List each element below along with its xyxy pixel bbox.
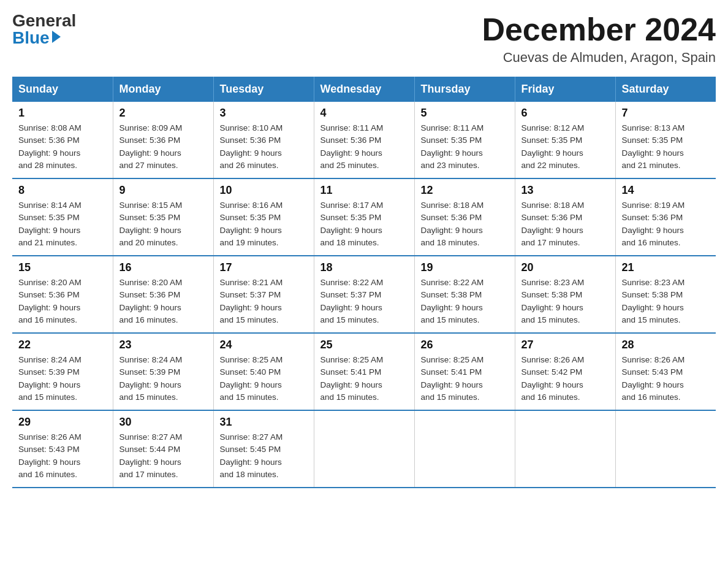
day-cell: 5 Sunrise: 8:11 AMSunset: 5:35 PMDayligh… xyxy=(414,102,515,178)
day-cell: 11 Sunrise: 8:17 AMSunset: 5:35 PMDaylig… xyxy=(314,178,414,256)
day-number: 26 xyxy=(421,339,509,351)
day-cell: 17 Sunrise: 8:21 AMSunset: 5:37 PMDaylig… xyxy=(213,256,314,333)
day-number: 25 xyxy=(320,339,408,351)
header-tuesday: Tuesday xyxy=(213,77,314,102)
day-number: 11 xyxy=(320,184,408,197)
day-cell: 20 Sunrise: 8:23 AMSunset: 5:38 PMDaylig… xyxy=(515,256,615,333)
day-cell xyxy=(515,410,615,488)
week-row-3: 22 Sunrise: 8:24 AMSunset: 5:39 PMDaylig… xyxy=(12,333,716,410)
week-row-2: 15 Sunrise: 8:20 AMSunset: 5:36 PMDaylig… xyxy=(12,256,716,333)
day-info: Sunrise: 8:12 AMSunset: 5:35 PMDaylight:… xyxy=(521,123,585,170)
day-number: 20 xyxy=(521,261,609,274)
header: General Blue December 2024 Cuevas de Alm… xyxy=(12,12,716,66)
day-cell: 7 Sunrise: 8:13 AMSunset: 5:35 PMDayligh… xyxy=(615,102,716,178)
calendar-header-row: SundayMondayTuesdayWednesdayThursdayFrid… xyxy=(12,77,716,102)
day-cell: 15 Sunrise: 8:20 AMSunset: 5:36 PMDaylig… xyxy=(12,256,113,333)
day-cell: 24 Sunrise: 8:25 AMSunset: 5:40 PMDaylig… xyxy=(213,333,314,410)
day-info: Sunrise: 8:20 AMSunset: 5:36 PMDaylight:… xyxy=(119,278,183,324)
day-cell: 1 Sunrise: 8:08 AMSunset: 5:36 PMDayligh… xyxy=(12,102,113,178)
day-cell: 30 Sunrise: 8:27 AMSunset: 5:44 PMDaylig… xyxy=(113,410,213,488)
day-number: 18 xyxy=(320,261,408,274)
day-cell: 27 Sunrise: 8:26 AMSunset: 5:42 PMDaylig… xyxy=(515,333,615,410)
day-info: Sunrise: 8:11 AMSunset: 5:35 PMDaylight:… xyxy=(421,123,484,170)
day-cell: 18 Sunrise: 8:22 AMSunset: 5:37 PMDaylig… xyxy=(314,256,414,333)
day-cell: 8 Sunrise: 8:14 AMSunset: 5:35 PMDayligh… xyxy=(12,178,113,256)
day-info: Sunrise: 8:17 AMSunset: 5:35 PMDaylight:… xyxy=(320,201,384,247)
logo-blue: Blue xyxy=(12,29,61,47)
header-sunday: Sunday xyxy=(12,77,113,102)
day-cell: 16 Sunrise: 8:20 AMSunset: 5:36 PMDaylig… xyxy=(113,256,213,333)
day-number: 10 xyxy=(220,184,308,197)
header-saturday: Saturday xyxy=(615,77,716,102)
day-cell: 21 Sunrise: 8:23 AMSunset: 5:38 PMDaylig… xyxy=(615,256,716,333)
day-cell: 13 Sunrise: 8:18 AMSunset: 5:36 PMDaylig… xyxy=(515,178,615,256)
day-info: Sunrise: 8:09 AMSunset: 5:36 PMDaylight:… xyxy=(119,123,183,170)
day-cell: 22 Sunrise: 8:24 AMSunset: 5:39 PMDaylig… xyxy=(12,333,113,410)
day-info: Sunrise: 8:23 AMSunset: 5:38 PMDaylight:… xyxy=(622,278,685,324)
day-cell xyxy=(615,410,716,488)
day-info: Sunrise: 8:18 AMSunset: 5:36 PMDaylight:… xyxy=(421,201,484,247)
day-number: 1 xyxy=(18,107,107,120)
month-title: December 2024 xyxy=(482,12,716,47)
day-number: 14 xyxy=(622,184,710,197)
day-info: Sunrise: 8:22 AMSunset: 5:38 PMDaylight:… xyxy=(421,278,484,324)
day-number: 27 xyxy=(521,339,609,351)
day-info: Sunrise: 8:20 AMSunset: 5:36 PMDaylight:… xyxy=(18,278,82,324)
day-number: 29 xyxy=(18,416,107,429)
day-info: Sunrise: 8:19 AMSunset: 5:36 PMDaylight:… xyxy=(622,201,685,247)
logo: General Blue xyxy=(12,12,76,47)
header-wednesday: Wednesday xyxy=(314,77,414,102)
location-title: Cuevas de Almuden, Aragon, Spain xyxy=(482,50,716,66)
logo-triangle-icon xyxy=(52,31,61,43)
week-row-0: 1 Sunrise: 8:08 AMSunset: 5:36 PMDayligh… xyxy=(12,102,716,178)
day-number: 2 xyxy=(119,107,207,120)
day-info: Sunrise: 8:25 AMSunset: 5:41 PMDaylight:… xyxy=(320,355,384,402)
day-number: 3 xyxy=(220,107,308,120)
day-number: 6 xyxy=(521,107,609,120)
day-number: 23 xyxy=(119,339,207,351)
day-info: Sunrise: 8:08 AMSunset: 5:36 PMDaylight:… xyxy=(18,123,82,170)
day-number: 19 xyxy=(421,261,509,274)
calendar-table: SundayMondayTuesdayWednesdayThursdayFrid… xyxy=(12,77,716,488)
day-number: 22 xyxy=(18,339,107,351)
header-friday: Friday xyxy=(515,77,615,102)
day-info: Sunrise: 8:10 AMSunset: 5:36 PMDaylight:… xyxy=(220,123,283,170)
day-cell: 23 Sunrise: 8:24 AMSunset: 5:39 PMDaylig… xyxy=(113,333,213,410)
day-number: 24 xyxy=(220,339,308,351)
day-info: Sunrise: 8:25 AMSunset: 5:41 PMDaylight:… xyxy=(421,355,484,402)
week-row-4: 29 Sunrise: 8:26 AMSunset: 5:43 PMDaylig… xyxy=(12,410,716,488)
day-cell: 25 Sunrise: 8:25 AMSunset: 5:41 PMDaylig… xyxy=(314,333,414,410)
day-info: Sunrise: 8:24 AMSunset: 5:39 PMDaylight:… xyxy=(119,355,183,402)
day-info: Sunrise: 8:24 AMSunset: 5:39 PMDaylight:… xyxy=(18,355,82,402)
day-cell: 10 Sunrise: 8:16 AMSunset: 5:35 PMDaylig… xyxy=(213,178,314,256)
day-info: Sunrise: 8:26 AMSunset: 5:42 PMDaylight:… xyxy=(521,355,585,402)
day-info: Sunrise: 8:14 AMSunset: 5:35 PMDaylight:… xyxy=(18,201,82,247)
header-monday: Monday xyxy=(113,77,213,102)
day-info: Sunrise: 8:11 AMSunset: 5:36 PMDaylight:… xyxy=(320,123,384,170)
day-cell: 3 Sunrise: 8:10 AMSunset: 5:36 PMDayligh… xyxy=(213,102,314,178)
day-cell: 31 Sunrise: 8:27 AMSunset: 5:45 PMDaylig… xyxy=(213,410,314,488)
day-cell: 14 Sunrise: 8:19 AMSunset: 5:36 PMDaylig… xyxy=(615,178,716,256)
day-cell: 29 Sunrise: 8:26 AMSunset: 5:43 PMDaylig… xyxy=(12,410,113,488)
day-cell: 28 Sunrise: 8:26 AMSunset: 5:43 PMDaylig… xyxy=(615,333,716,410)
day-info: Sunrise: 8:27 AMSunset: 5:45 PMDaylight:… xyxy=(220,432,283,479)
day-cell: 2 Sunrise: 8:09 AMSunset: 5:36 PMDayligh… xyxy=(113,102,213,178)
day-cell: 19 Sunrise: 8:22 AMSunset: 5:38 PMDaylig… xyxy=(414,256,515,333)
day-number: 31 xyxy=(220,416,308,429)
day-info: Sunrise: 8:16 AMSunset: 5:35 PMDaylight:… xyxy=(220,201,283,247)
day-number: 16 xyxy=(119,261,207,274)
day-number: 12 xyxy=(421,184,509,197)
day-info: Sunrise: 8:27 AMSunset: 5:44 PMDaylight:… xyxy=(119,432,183,479)
day-number: 28 xyxy=(622,339,710,351)
day-cell xyxy=(314,410,414,488)
day-info: Sunrise: 8:23 AMSunset: 5:38 PMDaylight:… xyxy=(521,278,585,324)
day-number: 13 xyxy=(521,184,609,197)
day-number: 8 xyxy=(18,184,107,197)
day-number: 5 xyxy=(421,107,509,120)
day-number: 17 xyxy=(220,261,308,274)
day-cell: 6 Sunrise: 8:12 AMSunset: 5:35 PMDayligh… xyxy=(515,102,615,178)
day-number: 4 xyxy=(320,107,408,120)
day-number: 21 xyxy=(622,261,710,274)
day-cell: 4 Sunrise: 8:11 AMSunset: 5:36 PMDayligh… xyxy=(314,102,414,178)
logo-general: General xyxy=(12,12,76,29)
